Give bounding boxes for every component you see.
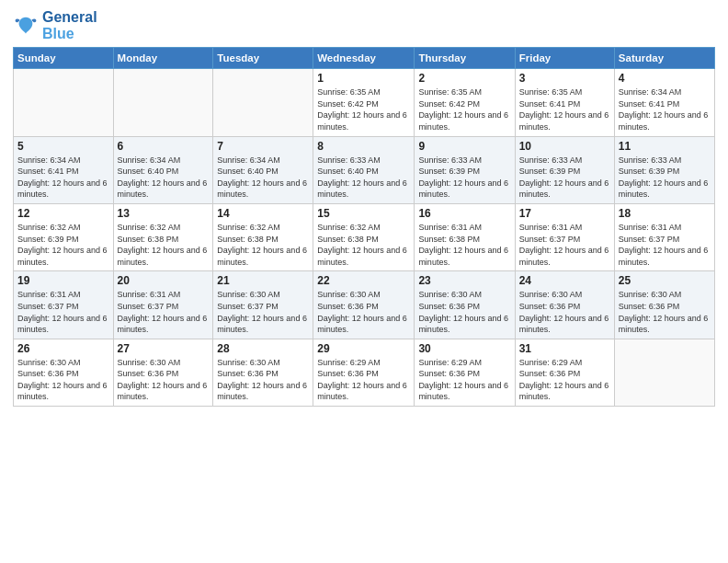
- day-cell: 17Sunrise: 6:31 AM Sunset: 6:37 PM Dayli…: [515, 203, 614, 270]
- day-info: Sunrise: 6:34 AM Sunset: 6:40 PM Dayligh…: [118, 155, 210, 201]
- day-cell: 27Sunrise: 6:30 AM Sunset: 6:36 PM Dayli…: [113, 339, 213, 406]
- weekday-header-monday: Monday: [113, 48, 213, 69]
- day-info: Sunrise: 6:33 AM Sunset: 6:39 PM Dayligh…: [619, 155, 711, 201]
- day-number: 1: [317, 72, 410, 85]
- week-row-1: 1Sunrise: 6:35 AM Sunset: 6:42 PM Daylig…: [14, 69, 715, 136]
- day-number: 23: [418, 274, 510, 287]
- day-number: 14: [217, 207, 309, 220]
- day-info: Sunrise: 6:34 AM Sunset: 6:40 PM Dayligh…: [217, 155, 309, 201]
- weekday-header-tuesday: Tuesday: [213, 48, 313, 69]
- day-number: 18: [619, 207, 711, 220]
- day-info: Sunrise: 6:35 AM Sunset: 6:41 PM Dayligh…: [519, 86, 610, 132]
- day-number: 13: [118, 207, 210, 220]
- week-row-2: 5Sunrise: 6:34 AM Sunset: 6:41 PM Daylig…: [14, 136, 715, 203]
- day-number: 28: [217, 342, 309, 355]
- day-cell: 16Sunrise: 6:31 AM Sunset: 6:38 PM Dayli…: [415, 203, 515, 270]
- logo: General Blue: [13, 9, 97, 41]
- day-cell: 24Sunrise: 6:30 AM Sunset: 6:36 PM Dayli…: [515, 271, 614, 339]
- day-number: 2: [418, 72, 510, 85]
- day-number: 22: [317, 274, 410, 287]
- day-number: 11: [619, 140, 711, 153]
- day-number: 29: [317, 342, 410, 355]
- day-cell: 19Sunrise: 6:31 AM Sunset: 6:37 PM Dayli…: [14, 271, 114, 339]
- day-cell: 18Sunrise: 6:31 AM Sunset: 6:37 PM Dayli…: [614, 203, 714, 270]
- day-cell: [14, 69, 114, 136]
- day-number: 21: [217, 274, 309, 287]
- day-number: 17: [519, 207, 610, 220]
- day-cell: 2Sunrise: 6:35 AM Sunset: 6:42 PM Daylig…: [415, 69, 515, 136]
- day-cell: 13Sunrise: 6:32 AM Sunset: 6:38 PM Dayli…: [113, 203, 213, 270]
- day-cell: 9Sunrise: 6:33 AM Sunset: 6:39 PM Daylig…: [415, 136, 515, 203]
- day-info: Sunrise: 6:31 AM Sunset: 6:37 PM Dayligh…: [619, 222, 711, 268]
- weekday-header-sunday: Sunday: [14, 48, 114, 69]
- day-info: Sunrise: 6:32 AM Sunset: 6:38 PM Dayligh…: [217, 222, 309, 268]
- day-info: Sunrise: 6:32 AM Sunset: 6:39 PM Dayligh…: [17, 222, 109, 268]
- day-info: Sunrise: 6:30 AM Sunset: 6:36 PM Dayligh…: [118, 357, 210, 403]
- day-cell: 11Sunrise: 6:33 AM Sunset: 6:39 PM Dayli…: [614, 136, 714, 203]
- day-cell: 28Sunrise: 6:30 AM Sunset: 6:36 PM Dayli…: [213, 339, 313, 406]
- header: General Blue: [13, 9, 715, 41]
- day-info: Sunrise: 6:30 AM Sunset: 6:36 PM Dayligh…: [17, 357, 109, 403]
- day-info: Sunrise: 6:29 AM Sunset: 6:36 PM Dayligh…: [317, 357, 410, 403]
- day-number: 16: [418, 207, 510, 220]
- week-row-5: 26Sunrise: 6:30 AM Sunset: 6:36 PM Dayli…: [14, 339, 715, 406]
- day-cell: 1Sunrise: 6:35 AM Sunset: 6:42 PM Daylig…: [313, 69, 415, 136]
- weekday-header-saturday: Saturday: [614, 48, 714, 69]
- day-info: Sunrise: 6:31 AM Sunset: 6:37 PM Dayligh…: [519, 222, 610, 268]
- weekday-header-wednesday: Wednesday: [313, 48, 415, 69]
- day-cell: 3Sunrise: 6:35 AM Sunset: 6:41 PM Daylig…: [515, 69, 614, 136]
- day-info: Sunrise: 6:29 AM Sunset: 6:36 PM Dayligh…: [418, 357, 510, 403]
- day-cell: 25Sunrise: 6:30 AM Sunset: 6:36 PM Dayli…: [614, 271, 714, 339]
- day-cell: 26Sunrise: 6:30 AM Sunset: 6:36 PM Dayli…: [14, 339, 114, 406]
- day-number: 25: [619, 274, 711, 287]
- day-cell: 29Sunrise: 6:29 AM Sunset: 6:36 PM Dayli…: [313, 339, 415, 406]
- day-cell: 22Sunrise: 6:30 AM Sunset: 6:36 PM Dayli…: [313, 271, 415, 339]
- day-number: 19: [17, 274, 109, 287]
- day-cell: 23Sunrise: 6:30 AM Sunset: 6:36 PM Dayli…: [415, 271, 515, 339]
- day-info: Sunrise: 6:29 AM Sunset: 6:36 PM Dayligh…: [519, 357, 610, 403]
- day-cell: [113, 69, 213, 136]
- calendar-table: SundayMondayTuesdayWednesdayThursdayFrid…: [13, 47, 715, 407]
- day-cell: 10Sunrise: 6:33 AM Sunset: 6:39 PM Dayli…: [515, 136, 614, 203]
- weekday-header-friday: Friday: [515, 48, 614, 69]
- day-cell: 6Sunrise: 6:34 AM Sunset: 6:40 PM Daylig…: [113, 136, 213, 203]
- day-info: Sunrise: 6:32 AM Sunset: 6:38 PM Dayligh…: [317, 222, 410, 268]
- day-cell: 20Sunrise: 6:31 AM Sunset: 6:37 PM Dayli…: [113, 271, 213, 339]
- day-info: Sunrise: 6:31 AM Sunset: 6:37 PM Dayligh…: [118, 289, 210, 335]
- day-number: 6: [118, 140, 210, 153]
- day-cell: [614, 339, 714, 406]
- day-cell: 15Sunrise: 6:32 AM Sunset: 6:38 PM Dayli…: [313, 203, 415, 270]
- day-cell: 12Sunrise: 6:32 AM Sunset: 6:39 PM Dayli…: [14, 203, 114, 270]
- day-cell: 5Sunrise: 6:34 AM Sunset: 6:41 PM Daylig…: [14, 136, 114, 203]
- day-number: 5: [17, 140, 109, 153]
- day-info: Sunrise: 6:32 AM Sunset: 6:38 PM Dayligh…: [118, 222, 210, 268]
- day-cell: 8Sunrise: 6:33 AM Sunset: 6:40 PM Daylig…: [313, 136, 415, 203]
- day-info: Sunrise: 6:30 AM Sunset: 6:36 PM Dayligh…: [217, 357, 309, 403]
- day-info: Sunrise: 6:35 AM Sunset: 6:42 PM Dayligh…: [317, 86, 410, 132]
- day-cell: 31Sunrise: 6:29 AM Sunset: 6:36 PM Dayli…: [515, 339, 614, 406]
- day-number: 9: [418, 140, 510, 153]
- day-info: Sunrise: 6:30 AM Sunset: 6:36 PM Dayligh…: [317, 289, 410, 335]
- day-info: Sunrise: 6:33 AM Sunset: 6:39 PM Dayligh…: [418, 155, 510, 201]
- day-number: 3: [519, 72, 610, 85]
- day-cell: 30Sunrise: 6:29 AM Sunset: 6:36 PM Dayli…: [415, 339, 515, 406]
- calendar-page: General Blue SundayMondayTuesdayWednesda…: [0, 0, 728, 563]
- day-info: Sunrise: 6:33 AM Sunset: 6:40 PM Dayligh…: [317, 155, 410, 201]
- day-info: Sunrise: 6:31 AM Sunset: 6:37 PM Dayligh…: [17, 289, 109, 335]
- day-number: 10: [519, 140, 610, 153]
- week-row-4: 19Sunrise: 6:31 AM Sunset: 6:37 PM Dayli…: [14, 271, 715, 339]
- logo-text: General Blue: [42, 9, 97, 41]
- day-info: Sunrise: 6:34 AM Sunset: 6:41 PM Dayligh…: [17, 155, 109, 201]
- day-info: Sunrise: 6:30 AM Sunset: 6:36 PM Dayligh…: [619, 289, 711, 335]
- day-number: 7: [217, 140, 309, 153]
- logo-icon: [13, 13, 39, 39]
- day-info: Sunrise: 6:30 AM Sunset: 6:36 PM Dayligh…: [519, 289, 610, 335]
- day-cell: 4Sunrise: 6:34 AM Sunset: 6:41 PM Daylig…: [614, 69, 714, 136]
- day-cell: 21Sunrise: 6:30 AM Sunset: 6:37 PM Dayli…: [213, 271, 313, 339]
- week-row-3: 12Sunrise: 6:32 AM Sunset: 6:39 PM Dayli…: [14, 203, 715, 270]
- day-info: Sunrise: 6:34 AM Sunset: 6:41 PM Dayligh…: [619, 86, 711, 132]
- day-number: 4: [619, 72, 711, 85]
- day-number: 12: [17, 207, 109, 220]
- weekday-header-thursday: Thursday: [415, 48, 515, 69]
- day-info: Sunrise: 6:35 AM Sunset: 6:42 PM Dayligh…: [418, 86, 510, 132]
